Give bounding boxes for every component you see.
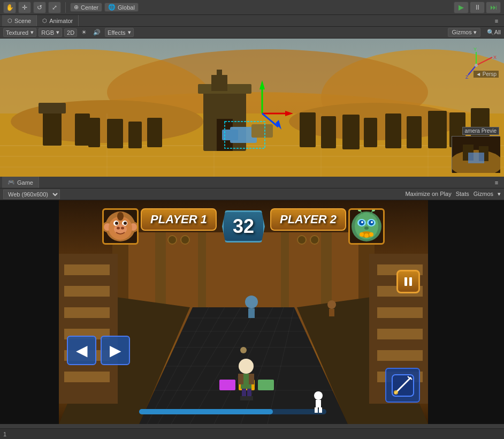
animator-tab-label: Animator (49, 18, 73, 24)
svg-rect-87 (64, 372, 110, 382)
player2-ammo (270, 235, 346, 245)
svg-point-139 (364, 226, 369, 230)
svg-point-130 (117, 212, 124, 221)
player2-name-text: player 2 (280, 213, 337, 226)
pause-button[interactable]: ⏸ (470, 2, 485, 13)
twod-select[interactable]: 2D (64, 28, 77, 37)
player2-card: player 2 (270, 208, 385, 245)
svg-rect-83 (64, 286, 110, 297)
audio-btn[interactable]: 🔊 (91, 28, 103, 36)
svg-rect-101 (248, 308, 255, 318)
svg-text:X: X (493, 55, 497, 60)
player1-name-badge: player 1 (141, 208, 217, 231)
game-tab-menu-btn[interactable]: ≡ (491, 177, 502, 188)
gizmos-btn[interactable]: Gizmos ▾ (448, 28, 480, 37)
svg-rect-91 (377, 307, 423, 318)
brightness-btn[interactable]: ☀ (79, 28, 89, 36)
svg-point-129 (121, 227, 124, 230)
pause-button-hud[interactable] (396, 270, 420, 293)
right-arrow-icon: ▶ (110, 342, 121, 359)
svg-point-125 (115, 222, 118, 225)
toolbar-sep-1 (65, 2, 66, 13)
svg-rect-23 (321, 116, 336, 148)
game-gizmos-btn[interactable]: Gizmos (474, 191, 493, 198)
svg-point-154 (394, 390, 398, 395)
svg-point-52 (475, 64, 478, 67)
svg-rect-97 (258, 380, 274, 390)
all-label: All (494, 29, 501, 35)
svg-rect-15 (43, 108, 62, 146)
pivot-label: Center (81, 4, 98, 11)
persp-label: ◄ Persp (474, 71, 499, 78)
space-toggle[interactable]: 🌐 Global (104, 3, 139, 12)
camera-preview-image (452, 137, 500, 173)
ammo-circle-1 (167, 235, 177, 245)
svg-point-102 (327, 300, 336, 309)
rotate-tool-btn[interactable]: ↺ (33, 2, 46, 13)
svg-rect-57 (468, 153, 484, 163)
svg-rect-109 (247, 389, 251, 397)
svg-rect-106 (238, 374, 243, 384)
gizmos-chevron: ▾ (474, 29, 477, 35)
svg-rect-82 (64, 264, 110, 275)
maximize-on-play-btn[interactable]: Maximize on Play (405, 191, 451, 198)
move-tool-btn[interactable]: ✛ (18, 2, 31, 13)
effects-select[interactable]: Effects ▾ (105, 28, 133, 37)
stats-btn[interactable]: Stats (456, 191, 469, 198)
scene-tab-icon: ⬡ (7, 18, 12, 24)
player1-name-text: player 1 (150, 213, 207, 226)
tab-menu-btn[interactable]: ≡ (491, 15, 502, 27)
svg-point-141 (360, 232, 364, 237)
svg-rect-84 (64, 307, 110, 318)
svg-rect-26 (385, 113, 401, 148)
bottom-status-bar: 1 (0, 428, 504, 439)
scene-view[interactable]: X Y Z ◄ Persp amera Previe (0, 39, 504, 177)
svg-point-116 (240, 347, 247, 353)
player1-ammo (141, 235, 217, 245)
tab-scene[interactable]: ⬡ Scene (2, 15, 37, 26)
player1-info: player 1 (141, 208, 217, 245)
nav-left-button[interactable]: ◀ (67, 336, 96, 365)
game-toolbar: Web (960x600) Maximize on Play Stats Giz… (0, 188, 504, 200)
pivot-toggle[interactable]: ⊕ Center (70, 3, 102, 12)
game-section: 🎮 Game ≡ Web (960x600) Maximize on Play … (0, 177, 504, 424)
svg-rect-38 (251, 124, 273, 138)
scene-toolbar: Textured ▾ RGB ▾ 2D ☀ 🔊 Effects ▾ Gizmos… (0, 27, 504, 39)
svg-point-138 (371, 221, 373, 223)
player1-avatar (102, 208, 139, 245)
attack-button[interactable] (385, 368, 420, 403)
hand-tool-btn[interactable]: ✋ (3, 2, 16, 13)
svg-rect-115 (319, 407, 322, 413)
scale-tool-btn[interactable]: ⤢ (48, 2, 61, 13)
nav-right-button[interactable]: ▶ (101, 336, 130, 365)
left-arrow-icon: ◀ (76, 342, 88, 359)
svg-rect-108 (242, 389, 246, 397)
svg-rect-27 (407, 116, 422, 148)
svg-point-127 (114, 224, 127, 234)
svg-rect-20 (128, 122, 142, 148)
game-tab-label: Game (17, 179, 33, 186)
textured-select[interactable]: Textured ▾ (3, 28, 36, 37)
resolution-select[interactable]: Web (960x600) (3, 190, 60, 199)
score-badge: 32 (222, 210, 265, 243)
top-toolbar: ✋ ✛ ↺ ⤢ ⊕ Center 🌐 Global ▶ ⏸ ⏭ (0, 0, 504, 15)
svg-point-104 (239, 359, 254, 374)
game-view[interactable]: player 1 32 player 2 (0, 200, 504, 424)
ammo-circle-4 (310, 235, 319, 245)
step-button[interactable]: ⏭ (486, 2, 501, 13)
tab-animator[interactable]: ⬡ Animator (37, 15, 79, 26)
svg-rect-34 (217, 70, 222, 79)
scene-tab-label: Scene (14, 18, 31, 24)
play-button[interactable]: ▶ (454, 2, 469, 13)
effects-label: Effects (108, 29, 125, 36)
rgb-select[interactable]: RGB ▾ (39, 28, 62, 37)
editor-tab-bar: ⬡ Scene ⬡ Animator ≡ (0, 15, 504, 27)
game-content: player 1 32 player 2 (59, 200, 428, 424)
tab-game[interactable]: 🎮 Game (2, 177, 39, 188)
svg-rect-107 (249, 374, 254, 384)
svg-rect-18 (88, 118, 100, 147)
search-field[interactable]: 🔍All (487, 29, 501, 36)
svg-point-126 (124, 222, 127, 225)
svg-rect-28 (428, 111, 447, 148)
svg-rect-99 (139, 409, 273, 414)
